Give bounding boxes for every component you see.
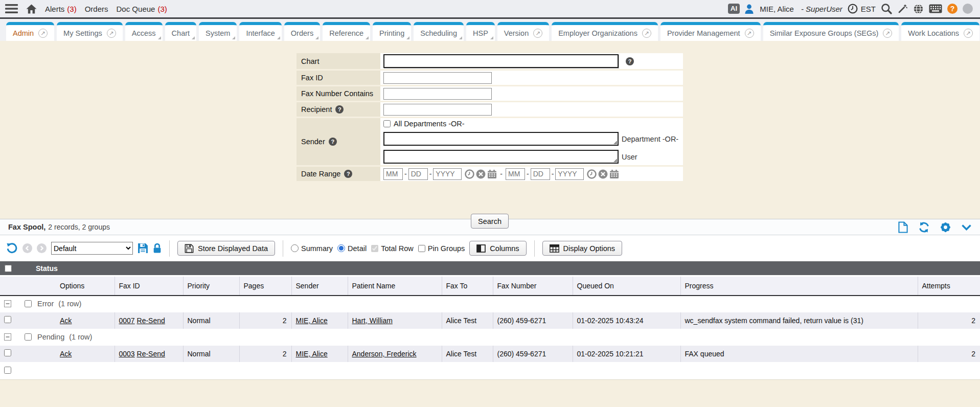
column-header-options[interactable]: Options <box>51 277 115 296</box>
sender-department-input[interactable] <box>383 132 619 146</box>
recipient-input[interactable] <box>383 104 492 116</box>
pin-groups-checkbox-input[interactable] <box>418 245 425 252</box>
undo-icon[interactable] <box>6 243 18 254</box>
tab-interface[interactable]: Interface <box>239 22 281 41</box>
tab-system[interactable]: System <box>199 22 237 41</box>
new-document-icon[interactable] <box>898 221 908 233</box>
resize-grip-icon[interactable] <box>613 141 617 144</box>
patient-name-link[interactable]: Hart, William <box>352 316 393 325</box>
resend-link[interactable]: Re-Send <box>137 350 165 358</box>
tab-orders[interactable]: Orders <box>284 22 320 41</box>
menu-item-orders[interactable]: Orders <box>85 5 108 13</box>
popout-icon[interactable]: ↗ <box>745 29 754 38</box>
popout-icon[interactable]: ↗ <box>38 29 48 38</box>
column-header-fax-to[interactable]: Fax To <box>442 277 493 296</box>
clock-icon[interactable] <box>848 4 858 14</box>
hamburger-menu-icon[interactable] <box>5 4 18 13</box>
start-time-icon[interactable] <box>465 169 474 179</box>
lock-view-icon[interactable] <box>153 243 162 254</box>
keyboard-icon[interactable] <box>929 4 942 13</box>
collapse-section-icon[interactable] <box>961 224 972 231</box>
resend-link[interactable]: Re-Send <box>137 316 165 325</box>
column-header-queued-on[interactable]: Queued On <box>573 277 680 296</box>
fax-number-contains-input[interactable] <box>383 88 492 100</box>
tab-access[interactable]: Access <box>125 22 163 41</box>
fax-id-link[interactable]: 0007 <box>119 316 135 325</box>
detail-radio-input[interactable] <box>337 244 345 252</box>
user-name[interactable]: MIE, Alice <box>760 5 794 13</box>
save-view-icon[interactable] <box>138 243 148 254</box>
popout-icon[interactable]: ↗ <box>533 29 542 38</box>
date-range-help-icon[interactable]: ? <box>344 170 352 178</box>
globe-icon[interactable] <box>913 4 924 14</box>
popout-icon[interactable]: ↗ <box>964 29 973 38</box>
sender-link[interactable]: MIE, Alice <box>296 316 328 325</box>
history-forward-icon[interactable] <box>37 243 47 253</box>
detail-radio[interactable]: Detail <box>337 244 367 253</box>
ai-badge[interactable]: AI <box>728 4 740 14</box>
select-all-checkbox[interactable] <box>5 265 12 272</box>
end-month-input[interactable] <box>506 168 525 180</box>
collapse-group-icon[interactable] <box>4 300 11 307</box>
end-clear-icon[interactable] <box>598 169 608 179</box>
start-clear-icon[interactable] <box>476 169 486 179</box>
tab-work-locations[interactable]: Work Locations ↗ <box>901 22 979 41</box>
start-calendar-icon[interactable] <box>487 169 497 179</box>
search-button[interactable]: Search <box>471 214 509 229</box>
tab-version[interactable]: Version ↗ <box>497 22 549 41</box>
group-select-checkbox[interactable] <box>25 300 32 307</box>
ack-link[interactable]: Ack <box>60 316 72 325</box>
tab-reference[interactable]: Reference <box>323 22 370 41</box>
tab-employer-organizations[interactable]: Employer Organizations ↗ <box>552 22 658 41</box>
sender-user-input[interactable] <box>383 150 619 164</box>
home-icon[interactable] <box>26 4 37 14</box>
end-calendar-icon[interactable] <box>609 169 619 179</box>
column-header-progress[interactable]: Progress <box>680 277 918 296</box>
group-select-checkbox[interactable] <box>25 333 32 341</box>
ack-link[interactable]: Ack <box>60 350 72 358</box>
row-select-checkbox[interactable] <box>4 316 11 323</box>
summary-radio[interactable]: Summary <box>291 244 333 253</box>
user-icon[interactable] <box>745 4 754 14</box>
summary-radio-input[interactable] <box>291 244 299 252</box>
chart-input[interactable] <box>383 54 619 68</box>
presence-indicator-icon[interactable] <box>963 4 973 14</box>
sender-help-icon[interactable]: ? <box>329 138 337 146</box>
resize-grip-icon[interactable] <box>613 159 617 162</box>
tab-provider-management[interactable]: Provider Management ↗ <box>660 22 761 41</box>
column-header-patient-name[interactable]: Patient Name <box>348 277 442 296</box>
search-icon[interactable] <box>881 3 892 14</box>
sender-link[interactable]: MIE, Alice <box>296 350 328 358</box>
recipient-help-icon[interactable]: ? <box>335 105 344 114</box>
column-header-attempts[interactable]: Attempts <box>918 277 980 296</box>
store-displayed-data-button[interactable]: Store Displayed Data <box>177 241 275 256</box>
column-header-fax-number[interactable]: Fax Number <box>493 277 573 296</box>
view-select[interactable]: Default <box>51 242 133 255</box>
row-select-checkbox[interactable] <box>4 349 11 356</box>
column-header-fax-id[interactable]: Fax ID <box>115 277 183 296</box>
tab-admin[interactable]: Admin ↗ <box>6 22 54 41</box>
history-back-icon[interactable] <box>22 243 32 253</box>
popout-icon[interactable]: ↗ <box>642 29 651 38</box>
tab-similar-exposure-groups[interactable]: Similar Exposure Groups (SEGs) ↗ <box>763 22 899 41</box>
end-year-input[interactable] <box>555 168 584 180</box>
all-departments-checkbox[interactable] <box>383 120 391 127</box>
refresh-icon[interactable] <box>918 222 930 233</box>
patient-name-link[interactable]: Anderson, Frederick <box>352 350 417 358</box>
pin-groups-checkbox[interactable]: Pin Groups <box>418 244 465 253</box>
column-header-sender[interactable]: Sender <box>291 277 348 296</box>
display-options-button[interactable]: Display Options <box>542 241 623 256</box>
help-icon[interactable]: ? <box>947 4 958 14</box>
chart-help-icon[interactable]: ? <box>626 57 634 65</box>
footer-select-checkbox[interactable] <box>4 367 11 374</box>
start-year-input[interactable] <box>433 168 462 180</box>
collapse-group-icon[interactable] <box>4 333 11 341</box>
tab-printing[interactable]: Printing <box>373 22 411 41</box>
gear-icon[interactable] <box>940 222 951 233</box>
columns-button[interactable]: Columns <box>469 241 526 256</box>
total-row-checkbox[interactable]: Total Row <box>371 244 414 253</box>
wand-icon[interactable] <box>897 4 908 14</box>
tab-my-settings[interactable]: My Settings ↗ <box>57 22 123 41</box>
popout-icon[interactable]: ↗ <box>107 29 116 38</box>
start-month-input[interactable] <box>383 168 403 180</box>
